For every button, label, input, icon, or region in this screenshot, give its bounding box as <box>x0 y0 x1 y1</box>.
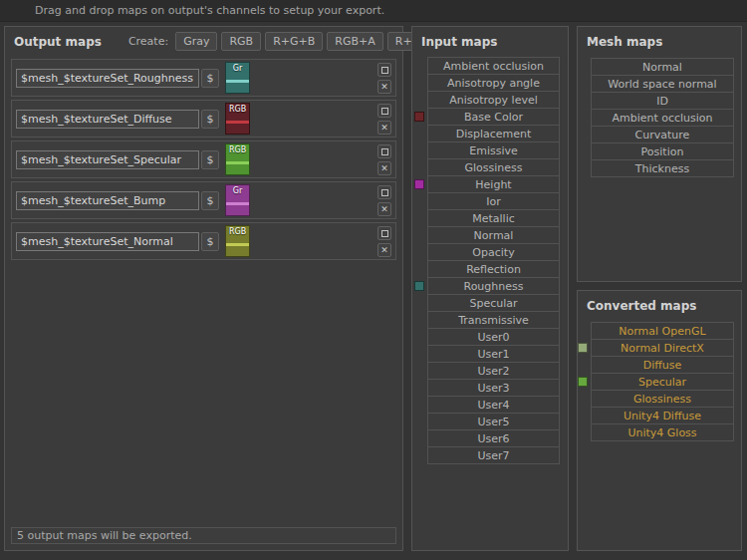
converted-map-glossiness[interactable]: Glossiness <box>591 390 734 408</box>
output-map-row: $ RGB ✕ <box>11 222 396 260</box>
output-channel-swatch[interactable]: Gr <box>225 62 250 94</box>
channel-color-swatch <box>578 377 588 387</box>
input-map-user6[interactable]: User6 <box>427 429 560 447</box>
output-filename-input[interactable] <box>16 110 199 129</box>
input-map-transmissive[interactable]: Transmissive <box>427 311 560 329</box>
output-filename-input[interactable] <box>16 191 199 210</box>
mesh-map-id[interactable]: ID <box>591 92 734 110</box>
swatch-gradient-line <box>226 243 249 246</box>
create-r-g-b-button[interactable]: R+G+B <box>265 32 323 51</box>
mesh-map-curvature[interactable]: Curvature <box>591 126 734 143</box>
converted-map-unity4-gloss[interactable]: Unity4 Gloss <box>591 423 734 441</box>
expand-channel-button[interactable] <box>377 226 391 240</box>
swatch-gradient-line <box>226 80 249 83</box>
output-filename-input[interactable] <box>16 232 199 251</box>
item-label: Thickness <box>635 162 689 175</box>
output-maps-panel: Output maps Create: GrayRGBR+G+BRGB+AR+G… <box>4 26 403 551</box>
output-map-row: $ Gr ✕ <box>11 181 396 219</box>
input-map-anisotropy-level[interactable]: Anisotropy level <box>427 91 560 109</box>
converted-map-diffuse[interactable]: Diffuse <box>591 356 734 374</box>
item-label: User1 <box>477 348 509 361</box>
hint-message: Drag and drop maps on output's channels … <box>0 0 747 22</box>
item-label: Ambient occlusion <box>443 60 544 73</box>
row-buttons: ✕ <box>377 63 391 94</box>
input-map-user7[interactable]: User7 <box>427 446 560 464</box>
converted-maps-title: Converted maps <box>578 291 696 317</box>
remove-channel-button[interactable]: ✕ <box>377 243 391 257</box>
mesh-map-position[interactable]: Position <box>591 142 734 160</box>
input-map-glossiness[interactable]: Glossiness <box>427 158 560 176</box>
item-label: ID <box>656 95 668 108</box>
output-filename-input[interactable] <box>16 69 199 88</box>
create-rgb-a-button[interactable]: RGB+A <box>327 32 382 51</box>
item-label: Diffuse <box>643 359 682 372</box>
output-channel-swatch[interactable]: RGB <box>225 143 250 175</box>
filename-pattern-button[interactable]: $ <box>201 232 219 251</box>
mesh-maps-title: Mesh maps <box>578 27 662 53</box>
expand-channel-button[interactable] <box>377 185 391 199</box>
close-icon: ✕ <box>380 164 388 173</box>
input-maps-panel: Input maps Ambient occlusionAnisotropy a… <box>411 26 569 551</box>
mesh-map-thickness[interactable]: Thickness <box>591 159 734 177</box>
remove-channel-button[interactable]: ✕ <box>377 161 391 175</box>
input-map-user1[interactable]: User1 <box>427 345 560 363</box>
item-label: User4 <box>477 399 509 412</box>
input-map-user2[interactable]: User2 <box>427 362 560 380</box>
channel-color-swatch <box>414 179 424 189</box>
item-label: Emissive <box>469 144 518 157</box>
swatch-gradient-line <box>226 161 249 164</box>
create-label: Create: <box>128 35 168 48</box>
input-map-displacement[interactable]: Displacement <box>427 125 560 142</box>
input-map-opacity[interactable]: Opacity <box>427 243 560 261</box>
item-label: Unity4 Diffuse <box>623 410 701 422</box>
output-channel-swatch[interactable]: Gr <box>225 184 250 216</box>
input-map-user4[interactable]: User4 <box>427 396 560 414</box>
filename-pattern-button[interactable]: $ <box>201 69 219 88</box>
filename-pattern-button[interactable]: $ <box>201 150 219 169</box>
input-map-normal[interactable]: Normal <box>427 226 560 244</box>
expand-channel-button[interactable] <box>377 104 391 118</box>
input-map-user3[interactable]: User3 <box>427 379 560 397</box>
item-label: Base Color <box>464 111 523 124</box>
output-channel-swatch[interactable]: RGB <box>225 103 250 135</box>
output-channel-swatch[interactable]: RGB <box>225 225 250 257</box>
row-buttons: ✕ <box>377 104 391 135</box>
input-map-reflection[interactable]: Reflection <box>427 260 560 278</box>
converted-map-unity4-diffuse[interactable]: Unity4 Diffuse <box>591 407 734 424</box>
mesh-map-normal[interactable]: Normal <box>591 58 734 76</box>
converted-map-normal-opengl[interactable]: Normal OpenGL <box>591 322 734 340</box>
input-map-height[interactable]: Height <box>427 175 560 193</box>
converted-map-specular[interactable]: Specular <box>591 373 734 391</box>
input-map-user5[interactable]: User5 <box>427 413 560 430</box>
expand-channel-button[interactable] <box>377 144 391 158</box>
filename-pattern-button[interactable]: $ <box>201 191 219 210</box>
mesh-maps-panel: Mesh maps NormalWorld space normalIDAmbi… <box>577 26 742 282</box>
channel-color-swatch <box>414 112 424 122</box>
input-map-roughness[interactable]: Roughness <box>427 277 560 295</box>
remove-channel-button[interactable]: ✕ <box>377 202 391 216</box>
converted-map-normal-directx[interactable]: Normal DirectX <box>591 339 734 357</box>
expand-channel-button[interactable] <box>377 63 391 77</box>
output-filename-input[interactable] <box>16 150 199 169</box>
square-icon <box>381 189 388 196</box>
create-rgb-button[interactable]: RGB <box>221 32 261 51</box>
input-map-user0[interactable]: User0 <box>427 328 560 346</box>
input-map-emissive[interactable]: Emissive <box>427 141 560 159</box>
mesh-map-world-space-normal[interactable]: World space normal <box>591 75 734 93</box>
export-status-bar: 5 output maps will be exported. <box>11 527 396 544</box>
input-map-anisotropy-angle[interactable]: Anisotropy angle <box>427 74 560 92</box>
output-maps-header: Output maps Create: GrayRGBR+G+BRGB+AR+G… <box>5 27 402 57</box>
output-rows: $ Gr ✕ $ RGB ✕ <box>5 57 402 260</box>
filename-pattern-button[interactable]: $ <box>201 110 219 129</box>
swatch-channel-label: RGB <box>226 227 249 236</box>
create-gray-button[interactable]: Gray <box>175 32 217 51</box>
input-map-ior[interactable]: Ior <box>427 192 560 210</box>
input-map-base-color[interactable]: Base Color <box>427 108 560 126</box>
input-map-specular[interactable]: Specular <box>427 294 560 312</box>
remove-channel-button[interactable]: ✕ <box>377 80 391 94</box>
mesh-map-ambient-occlusion[interactable]: Ambient occlusion <box>591 109 734 127</box>
input-map-ambient-occlusion[interactable]: Ambient occlusion <box>427 57 560 75</box>
input-map-metallic[interactable]: Metallic <box>427 209 560 227</box>
remove-channel-button[interactable]: ✕ <box>377 121 391 135</box>
item-label: Anisotropy level <box>449 94 537 107</box>
